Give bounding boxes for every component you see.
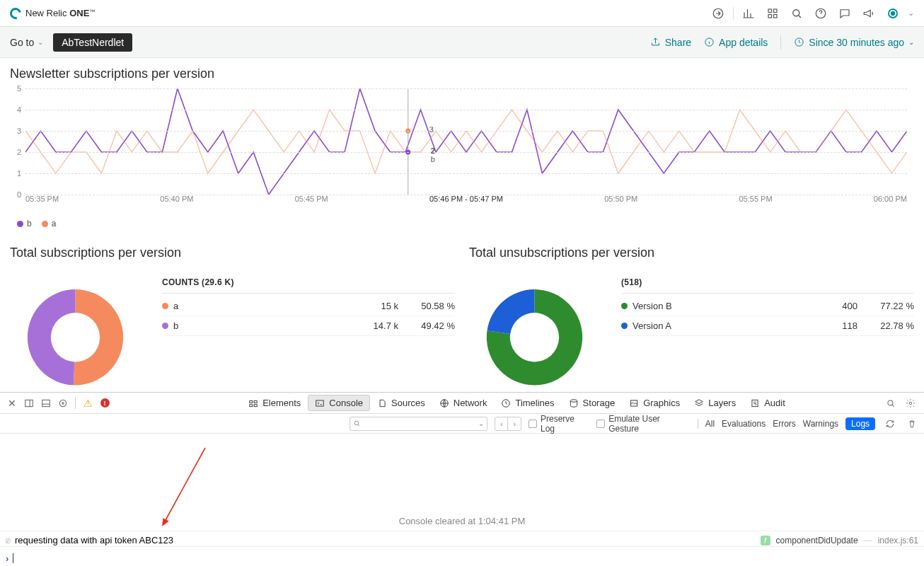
text-cursor xyxy=(13,553,13,563)
legend-item[interactable]: a xyxy=(42,219,57,229)
info-icon xyxy=(704,37,715,47)
svg-point-20 xyxy=(62,402,64,403)
audit-icon xyxy=(750,398,760,408)
sub-header: Go to⌄ AbTestNerdlet Share App details S… xyxy=(0,27,924,58)
preserve-log-checkbox[interactable]: Preserve Log xyxy=(529,414,589,434)
warning-icon[interactable]: ⚠ xyxy=(80,395,96,411)
table-row[interactable]: Version B40077.22 % xyxy=(621,296,914,316)
layers-icon xyxy=(694,398,704,408)
subs-title: Total subscriptions per version xyxy=(10,246,455,260)
svg-rect-15 xyxy=(25,400,33,406)
dock-side-icon[interactable] xyxy=(21,395,37,411)
subs-panel: Total subscriptions per version COUNTS (… xyxy=(10,246,455,390)
console-icon xyxy=(315,398,325,408)
chart-icon[interactable] xyxy=(739,4,758,23)
log-source[interactable]: index.js:61 xyxy=(878,536,918,545)
nerdlet-badge: AbTestNerdlet xyxy=(53,33,132,52)
back-icon[interactable] xyxy=(709,4,727,23)
elements-icon xyxy=(248,398,258,408)
devtools-tabs-row: ✕ ⚠ ! Elements Console Sources Network T… xyxy=(0,393,924,414)
tab-console[interactable]: Console xyxy=(308,395,370,411)
brand-logo[interactable]: New Relic ONE™ xyxy=(10,8,95,19)
tab-audit[interactable]: Audit xyxy=(743,395,792,411)
subs-table: COUNTS (29.6 K) a15 k50.58 %b14.7 k49.42… xyxy=(162,273,455,336)
unsubs-donut-chart[interactable] xyxy=(469,273,600,390)
nav-arrows[interactable]: ‹› xyxy=(495,417,521,431)
filter-warnings[interactable]: Warnings xyxy=(803,419,838,429)
svg-point-19 xyxy=(59,400,66,406)
filter-evaluations[interactable]: Evaluations xyxy=(722,419,766,429)
svg-rect-30 xyxy=(752,400,758,406)
reload-icon[interactable] xyxy=(882,416,897,432)
share-button[interactable]: Share xyxy=(650,37,691,48)
chat-icon[interactable] xyxy=(836,4,854,23)
apps-grid-icon[interactable] xyxy=(763,4,782,23)
chevron-down-icon[interactable]: ⌄ xyxy=(908,8,914,18)
table-row[interactable]: Version A11822.78 % xyxy=(621,316,914,336)
tab-sources[interactable]: Sources xyxy=(370,395,432,411)
gear-icon[interactable] xyxy=(903,395,918,411)
time-picker-button[interactable]: Since 30 minutes ago ⌄ xyxy=(794,37,914,48)
table-row[interactable]: a15 k50.58 % xyxy=(162,296,455,316)
account-icon[interactable] xyxy=(884,4,902,23)
chart-plot-area: 32b xyxy=(25,88,907,195)
help-icon[interactable] xyxy=(812,4,830,23)
table-row[interactable]: b14.7 k49.42 % xyxy=(162,316,455,336)
unsubs-panel: Total unsubscriptions per version (518) … xyxy=(469,246,914,390)
tab-elements[interactable]: Elements xyxy=(241,395,308,411)
svg-rect-21 xyxy=(250,400,253,403)
error-icon[interactable]: ! xyxy=(97,395,112,411)
filter-logs[interactable]: Logs xyxy=(845,417,875,430)
filter-errors[interactable]: Errors xyxy=(773,419,796,429)
subs-counts-header: COUNTS (29.6 K) xyxy=(162,277,455,294)
line-chart-title: Newsletter subscriptions per version xyxy=(10,67,914,81)
tab-layers[interactable]: Layers xyxy=(687,395,743,411)
chevron-down-icon: ⌄ xyxy=(908,38,914,46)
close-icon[interactable]: ✕ xyxy=(4,395,20,411)
svg-rect-24 xyxy=(254,404,257,406)
dock-bottom-icon[interactable] xyxy=(38,395,54,411)
divider xyxy=(780,35,781,50)
search-icon[interactable] xyxy=(787,4,806,23)
svg-rect-3 xyxy=(768,14,772,18)
content-area: Newsletter subscriptions per version 012… xyxy=(0,58,924,390)
donut-row: Total subscriptions per version COUNTS (… xyxy=(10,246,914,390)
legend-item[interactable]: b xyxy=(17,219,32,229)
svg-point-8 xyxy=(891,11,895,15)
svg-rect-22 xyxy=(254,400,257,403)
svg-point-33 xyxy=(354,421,359,425)
share-icon xyxy=(650,37,661,47)
svg-rect-25 xyxy=(316,400,324,405)
function-badge-icon: f xyxy=(761,536,770,545)
unsubs-counts-header: (518) xyxy=(621,277,914,294)
x-axis-labels: 05:35 PM05:40 PM05:45 PM05:46 PM - 05:47… xyxy=(25,195,907,203)
prompt-chevron-icon: › xyxy=(6,553,8,564)
svg-point-31 xyxy=(888,400,893,405)
inspect-icon[interactable] xyxy=(55,395,71,411)
log-message: requesting data with api token ABC123 xyxy=(15,535,173,545)
line-chart[interactable]: 012345 32b 05:35 PM05:40 PM05:45 PM05:46… xyxy=(10,88,914,216)
console-prompt[interactable]: › xyxy=(0,550,924,566)
svg-rect-4 xyxy=(774,14,778,18)
divider xyxy=(733,7,734,20)
console-search-input[interactable]: ⌄ xyxy=(350,417,487,431)
clear-icon[interactable] xyxy=(905,416,920,432)
log-function: componentDidUpdate xyxy=(776,536,858,545)
filter-all[interactable]: All xyxy=(705,419,715,429)
megaphone-icon[interactable] xyxy=(860,4,878,23)
unsubs-title: Total unsubscriptions per version xyxy=(469,246,914,260)
tab-timelines[interactable]: Timelines xyxy=(494,395,561,411)
tab-network[interactable]: Network xyxy=(432,395,495,411)
svg-rect-1 xyxy=(768,9,772,13)
goto-button[interactable]: Go to⌄ xyxy=(10,37,43,48)
console-body: Console cleared at 1:04:41 PM ⎚requestin… xyxy=(0,434,924,566)
app-details-button[interactable]: App details xyxy=(704,37,768,48)
subs-donut-chart[interactable] xyxy=(10,273,141,390)
svg-point-32 xyxy=(909,402,912,405)
emulate-gesture-checkbox[interactable]: Emulate User Gesture xyxy=(596,414,690,434)
tab-graphics[interactable]: Graphics xyxy=(622,395,687,411)
svg-rect-17 xyxy=(42,400,50,406)
tab-storage[interactable]: Storage xyxy=(562,395,623,411)
newrelic-logo-icon xyxy=(8,6,23,21)
search-icon[interactable] xyxy=(883,395,899,411)
